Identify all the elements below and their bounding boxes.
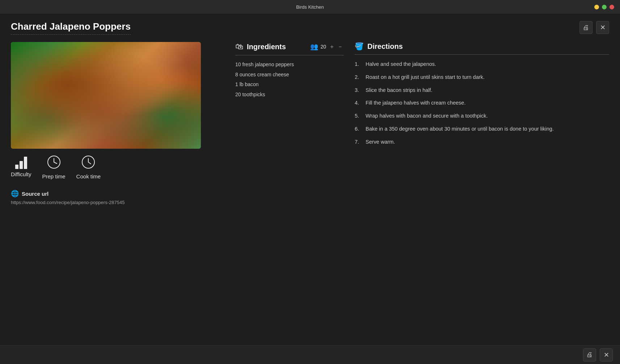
table-row: Slice the bacon strips in half.	[355, 86, 609, 94]
increase-serving-button[interactable]: ＋	[328, 43, 336, 51]
people-icon: 👥	[310, 43, 318, 51]
bottom-close-button[interactable]: ✕	[600, 348, 613, 361]
table-row: Halve and seed the jalapenos.	[355, 60, 609, 68]
header-actions: 🖨 ✕	[579, 21, 609, 34]
list-item: 8 ounces cream cheese	[235, 71, 344, 79]
cook-time-label: Cook time	[76, 173, 101, 179]
decrease-serving-button[interactable]: －	[337, 43, 344, 51]
table-row: Serve warm.	[355, 138, 609, 146]
bottom-print-button[interactable]: 🖨	[583, 348, 596, 361]
bottom-bar: 🖨 ✕	[0, 345, 620, 364]
difficulty-label: Difficulty	[11, 171, 31, 177]
serving-buttons: ＋ －	[328, 43, 344, 51]
bar-2	[20, 161, 23, 169]
recipe-title: Charred Jalapeno Poppers	[11, 21, 131, 35]
cook-time-stat: Cook time	[76, 155, 101, 179]
table-row: Fill the jalapeno halves with cream chee…	[355, 99, 609, 107]
list-item: 10 fresh jalapeno peppers	[235, 61, 344, 68]
titlebar: Birds Kitchen	[0, 0, 620, 14]
app-title: Birds Kitchen	[296, 4, 324, 10]
ingredients-icon: 🛍	[235, 42, 243, 51]
table-row: Roast on a hot grill just until skins st…	[355, 73, 609, 81]
body-layout: Difficulty Prep time	[11, 42, 609, 338]
difficulty-stat: Difficulty	[11, 155, 31, 177]
maximize-button[interactable]	[602, 5, 607, 9]
source-header: 🌐 Source url	[11, 190, 224, 198]
directions-icon: 🪣	[355, 42, 364, 51]
prep-time-stat: Prep time	[42, 155, 65, 179]
recipe-image	[11, 42, 201, 149]
directions-list: Halve and seed the jalapenos.Roast on a …	[355, 60, 609, 146]
svg-line-5	[88, 162, 91, 164]
ingredient-list: 10 fresh jalapeno peppers8 ounces cream …	[235, 61, 344, 98]
directions-section: 🪣 Directions Halve and seed the jalapeno…	[355, 42, 609, 338]
table-row: Bake in a 350 degree oven about 30 minut…	[355, 125, 609, 133]
print-button[interactable]: 🖨	[579, 21, 592, 34]
main-content: Charred Jalapeno Poppers 🖨 ✕	[0, 14, 620, 345]
bar-1	[15, 165, 18, 169]
source-section: 🌐 Source url https://www.food.com/recipe…	[11, 190, 224, 205]
cook-time-icon	[81, 155, 95, 171]
table-row: Wrap halves with bacon and secure with a…	[355, 112, 609, 120]
close-button[interactable]: ✕	[596, 21, 609, 34]
ingredients-title: Ingredients	[247, 43, 286, 51]
close-window-button[interactable]	[610, 5, 614, 9]
directions-header: 🪣 Directions	[355, 42, 609, 55]
list-item: 1 lb bacon	[235, 81, 344, 88]
difficulty-icon	[15, 155, 27, 169]
window-controls	[594, 5, 614, 9]
prep-time-icon	[47, 155, 61, 171]
ingredients-header: 🛍 Ingredients 👥 20 ＋ －	[235, 42, 344, 55]
ingredients-section: 🛍 Ingredients 👥 20 ＋ － 10 fresh jalapeno…	[235, 42, 344, 338]
prep-time-label: Prep time	[42, 173, 65, 179]
bottom-print-icon: 🖨	[586, 351, 593, 359]
header: Charred Jalapeno Poppers 🖨 ✕	[11, 21, 609, 35]
close-icon: ✕	[600, 24, 606, 31]
print-icon: 🖨	[583, 24, 589, 31]
list-item: 20 toothpicks	[235, 91, 344, 98]
minimize-button[interactable]	[594, 5, 599, 9]
source-url[interactable]: https://www.food.com/recipe/jalapeno-pop…	[11, 200, 224, 205]
left-column: Difficulty Prep time	[11, 42, 224, 338]
recipe-image-inner	[11, 42, 201, 149]
serving-control: 👥 20 ＋ －	[310, 43, 344, 51]
svg-line-2	[54, 162, 57, 164]
source-label: Source url	[22, 191, 48, 197]
bottom-close-icon: ✕	[604, 351, 609, 359]
stats-row: Difficulty Prep time	[11, 155, 224, 179]
globe-icon: 🌐	[11, 190, 19, 198]
serving-count: 20	[320, 44, 326, 50]
directions-title: Directions	[367, 42, 403, 51]
bar-3	[24, 157, 27, 169]
